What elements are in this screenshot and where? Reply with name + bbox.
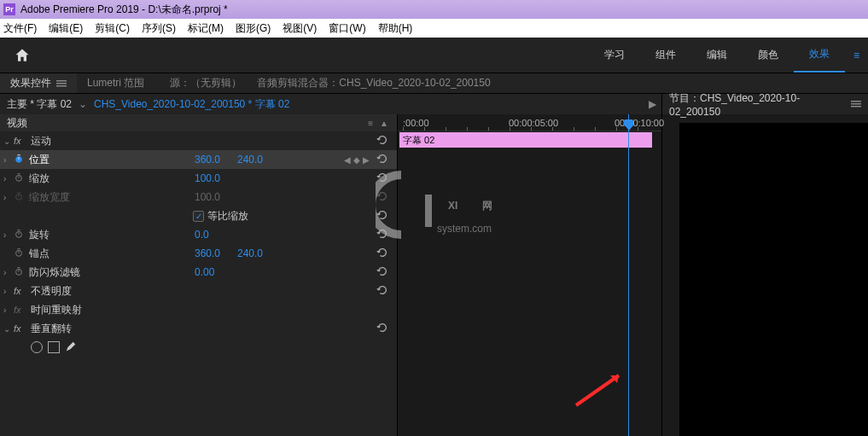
svg-rect-1: [56, 83, 67, 84]
effect-time-remap[interactable]: ›fx 时间重映射: [0, 300, 397, 319]
clip-header-play-icon[interactable]: ▶: [649, 98, 656, 110]
stopwatch-icon[interactable]: [14, 229, 27, 241]
rect-mask-icon[interactable]: [48, 341, 60, 353]
scale-value[interactable]: 100.0: [195, 172, 220, 184]
reset-icon[interactable]: [376, 265, 388, 280]
checkbox-checked-icon[interactable]: ✓: [193, 211, 204, 222]
title-bar: Pr Adobe Premiere Pro 2019 - D:\未命名.prpr…: [0, 0, 868, 19]
position-y[interactable]: 240.0: [237, 154, 263, 166]
panel-menu-icon[interactable]: [56, 78, 67, 89]
workspace-learn[interactable]: 学习: [589, 38, 640, 73]
mask-shapes: [0, 338, 397, 357]
workspace-edit[interactable]: 编辑: [691, 38, 743, 73]
prop-anti-flicker[interactable]: › 防闪烁滤镜 0.00: [0, 263, 397, 282]
clip-instance[interactable]: CHS_Video_2020-10-02_200150 * 字幕 02: [94, 97, 289, 112]
menu-view[interactable]: 视图(V): [283, 21, 317, 36]
stopwatch-icon[interactable]: [14, 172, 27, 185]
workspace-tabs: 学习 组件 编辑 颜色 效果 ≡: [589, 38, 868, 73]
menu-clip[interactable]: 剪辑(C): [95, 21, 130, 36]
svg-rect-2: [56, 85, 67, 87]
menu-edit[interactable]: 编辑(E): [49, 21, 83, 36]
collapse-up-icon[interactable]: ▲: [380, 119, 388, 128]
workspace-assembly[interactable]: 组件: [640, 38, 691, 73]
svg-rect-0: [56, 80, 67, 82]
position-x[interactable]: 360.0: [195, 154, 220, 166]
prop-scale[interactable]: › 缩放 100.0: [0, 169, 397, 188]
workspace-overflow-icon[interactable]: ≡: [845, 38, 868, 73]
prop-anchor[interactable]: 锚点 360.0 240.0: [0, 244, 397, 263]
menu-bar: 文件(F) 编辑(E) 剪辑(C) 序列(S) 标记(M) 图形(G) 视图(V…: [0, 19, 868, 38]
reset-icon[interactable]: [376, 228, 388, 242]
menu-file[interactable]: 文件(F): [3, 21, 37, 36]
workspace-effects[interactable]: 效果: [794, 38, 845, 73]
svg-rect-23: [851, 106, 861, 107]
effect-timeline[interactable]: :00:00 00:00:05:00 00:00:10:00 字幕 02: [397, 114, 661, 436]
menu-graphics[interactable]: 图形(G): [236, 21, 271, 36]
stopwatch-icon[interactable]: [14, 154, 27, 166]
menu-markers[interactable]: 标记(M): [188, 21, 224, 36]
reset-icon[interactable]: [376, 322, 388, 336]
clip-path-header: 主要 * 字幕 02 ⌄ CHS_Video_2020-10-02_200150…: [0, 94, 661, 114]
audio-mixer-label: 音频剪辑混合器：CHS_Video_2020-10-02_200150: [257, 76, 490, 90]
prop-position[interactable]: › 位置 360.0 240.0 ◀ ◆ ▶: [0, 150, 397, 169]
home-button[interactable]: [7, 40, 38, 71]
tab-effect-controls[interactable]: 效果控件: [0, 73, 77, 93]
program-monitor-panel: 节目：CHS_Video_2020-10-02_200150: [661, 94, 868, 436]
menu-window[interactable]: 窗口(W): [329, 21, 365, 36]
anchor-x[interactable]: 360.0: [195, 247, 220, 259]
time-ruler[interactable]: :00:00 00:00:05:00 00:00:10:00: [398, 114, 661, 131]
effect-motion[interactable]: ⌄fx 运动: [0, 131, 397, 150]
app-icon: Pr: [3, 3, 15, 15]
flicker-value[interactable]: 0.00: [195, 266, 214, 278]
stopwatch-icon[interactable]: [14, 266, 27, 279]
source-label: 源：（无剪辑）: [170, 76, 242, 90]
pen-mask-icon[interactable]: [65, 340, 77, 355]
stopwatch-icon[interactable]: [14, 247, 27, 260]
reset-icon[interactable]: [376, 134, 388, 148]
timeline-clip[interactable]: 字幕 02: [399, 132, 652, 148]
workspace-color[interactable]: 颜色: [743, 38, 794, 73]
ellipse-mask-icon[interactable]: [31, 341, 43, 353]
prop-rotation[interactable]: › 旋转 0.0: [0, 225, 397, 244]
effect-properties: 视频 ≡ ▲ ⌄fx 运动 › 位置 360.0 240.0 ◀ ◆ ▶ ›: [0, 114, 397, 436]
app-title: Adobe Premiere Pro 2019 - D:\未命名.prproj …: [20, 3, 228, 17]
keyframe-nav[interactable]: ◀ ◆ ▶: [344, 155, 370, 165]
effect-opacity[interactable]: ›fx 不透明度: [0, 282, 397, 300]
menu-sequence[interactable]: 序列(S): [142, 21, 176, 36]
effect-vertical-flip[interactable]: ⌄fx 垂直翻转: [0, 319, 397, 338]
program-header: 节目：CHS_Video_2020-10-02_200150: [662, 94, 868, 114]
reset-icon[interactable]: [376, 153, 388, 167]
menu-help[interactable]: 帮助(H): [378, 21, 413, 36]
program-viewport[interactable]: [679, 123, 868, 436]
video-section-header: 视频 ≡ ▲: [0, 114, 397, 131]
rotation-value[interactable]: 0.0: [195, 229, 209, 241]
prop-uniform-scale[interactable]: ✓ 等比缩放: [0, 206, 397, 225]
svg-rect-22: [851, 103, 861, 104]
clip-master[interactable]: 主要 * 字幕 02: [7, 97, 72, 112]
tab-lumetri-scopes[interactable]: Lumetri 范围: [77, 73, 154, 93]
section-menu-icon[interactable]: ≡: [368, 119, 373, 128]
reset-icon[interactable]: [376, 247, 388, 261]
panel-menu-icon[interactable]: [851, 99, 861, 109]
chevron-down-icon[interactable]: ⌄: [79, 98, 87, 110]
reset-icon[interactable]: [376, 209, 388, 224]
reset-icon[interactable]: [376, 284, 388, 299]
toolbar: 学习 组件 编辑 颜色 效果 ≡: [0, 38, 868, 73]
playhead[interactable]: [628, 114, 629, 436]
effect-controls-panel: 主要 * 字幕 02 ⌄ CHS_Video_2020-10-02_200150…: [0, 94, 661, 436]
prop-scale-width: › 缩放宽度 100.0: [0, 188, 397, 206]
svg-rect-21: [851, 101, 861, 102]
scale-width-value: 100.0: [195, 191, 220, 203]
anchor-y[interactable]: 240.0: [237, 247, 263, 259]
reset-icon[interactable]: [376, 171, 388, 186]
